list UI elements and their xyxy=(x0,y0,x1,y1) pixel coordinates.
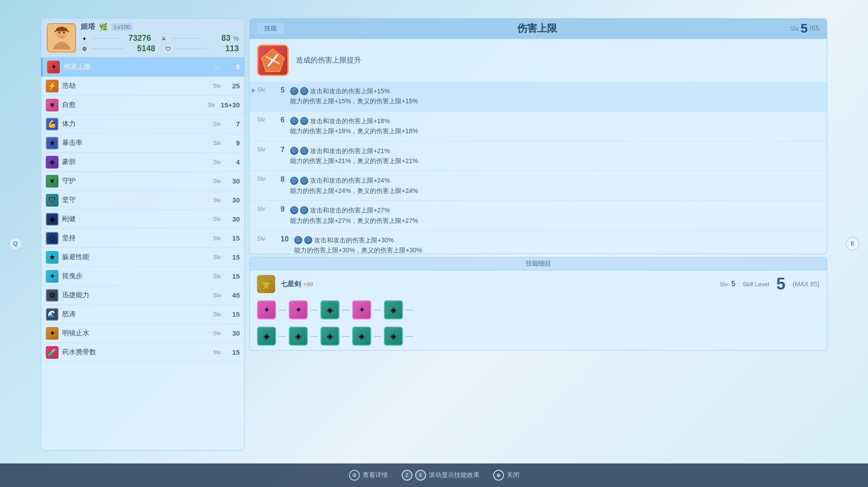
right-nav-button[interactable]: E xyxy=(846,237,859,251)
skill-item-13[interactable]: ⚙ 迅捷能力 Slv 45 xyxy=(41,286,244,305)
bottom-panel-content: 七星剑 +99 Slv 5 Skill Level 5 (MAX 65) xyxy=(250,270,827,298)
skill-name-15: 明镜止水 xyxy=(62,329,209,338)
skill-item-1[interactable]: ✦ 伤害上限 Slv 5 xyxy=(41,58,244,77)
btn-scroll-label: 滚动显示技能效果 xyxy=(429,471,480,479)
effect-text1-1: 攻击和攻击的伤害上限+15% xyxy=(310,86,390,96)
gem-dash-3: — xyxy=(310,300,318,319)
skill-desc-row: 造成的伤害上限提升 xyxy=(250,39,827,82)
skill-item-10[interactable]: ◇ 坚持 Slv 15 xyxy=(41,229,244,248)
left-nav-button[interactable]: Q xyxy=(9,237,22,251)
gem-item-4: ◈ xyxy=(320,300,339,319)
right-nav[interactable]: E xyxy=(844,237,862,251)
skill-level-num-16: 15 xyxy=(226,348,240,356)
skill-bottom-panel: 技能细目 七星剑 +99 Slv 5 Skill Level xyxy=(249,257,827,351)
skill-icon-7: ♥ xyxy=(46,175,58,188)
skill-list: ✦ 伤害上限 Slv 5 ⚡ 浩劫 Slv 25 ♥ 自愈 Slv 15+30 … xyxy=(41,58,244,448)
btn-close[interactable]: ⊕ 关闭 xyxy=(493,470,519,481)
skill-icon-3: ♥ xyxy=(46,99,58,111)
effect-icon2-2: ⓘ xyxy=(300,117,308,125)
skill-level-num-5: 9 xyxy=(226,139,240,147)
skill-item-6[interactable]: ◈ 豪胆 Slv 4 xyxy=(41,153,244,172)
skill-description: 造成的伤害上限提升 xyxy=(296,56,361,65)
skill-level-row-4: Slv 8 ⓘ ⓘ 攻击和攻击的伤害上限+24% 能力的伤害上限+24%，奥义的… xyxy=(250,171,827,201)
def-icon: 🛡 xyxy=(165,45,172,53)
skill-icon-9: ◆ xyxy=(46,213,58,226)
skill-level-num-11: 15 xyxy=(226,253,240,261)
gem-dash-5: — xyxy=(342,300,349,319)
str-value: 5148 xyxy=(128,44,155,53)
skill-item-2[interactable]: ⚡ 浩劫 Slv 25 xyxy=(41,77,244,96)
skill-item-14[interactable]: 🌊 怒涛 Slv 15 xyxy=(41,305,244,324)
skill-level-num-4: 7 xyxy=(226,120,240,128)
skill-level-num-7: 30 xyxy=(226,177,240,185)
slv-row-num-6: 10 xyxy=(281,235,289,243)
skill-item-4[interactable]: 💪 体力 Slv 7 xyxy=(41,115,244,134)
skill-icon-1: ✦ xyxy=(47,61,60,73)
left-nav[interactable]: Q xyxy=(6,237,24,251)
btn-scroll[interactable]: Z X 滚动显示技能效果 xyxy=(402,470,480,481)
skill-item-5[interactable]: ★ 暴击率 Slv 9 xyxy=(41,134,244,153)
slv-row-label-6: Slv xyxy=(257,235,275,242)
skill-item-8[interactable]: 🛡 坚守 Slv 30 xyxy=(41,191,244,210)
effect-text2-6: 能力的伤害上限+30%，奥义的伤害上限+30% xyxy=(294,245,820,254)
gem-item-2: ✦ xyxy=(289,300,308,319)
skill-name-16: 药水携带数 xyxy=(62,348,209,357)
bottom-panel-header: 技能细目 xyxy=(250,257,827,270)
skill-name-4: 体力 xyxy=(62,120,209,128)
skill-detail-header: 技能 伤害上限 Slv 5 /65 xyxy=(250,19,827,39)
slv-effects-1: ⓘ ⓘ 攻击和攻击的伤害上限+15% 能力的伤害上限+15%，奥义的伤害上限+1… xyxy=(290,86,820,106)
slv-row-label-4: Slv xyxy=(257,175,275,182)
slv-effects-2: ⓘ ⓘ 攻击和攻击的伤害上限+18% 能力的伤害上限+18%，奥义的伤害上限+1… xyxy=(290,116,820,136)
gems-row-2: ◈—◈—◈—◈—◈— xyxy=(250,324,827,350)
skill-slv-label-15: Slv xyxy=(213,330,221,337)
skill-name-1: 伤害上限 xyxy=(63,63,209,71)
effect-text2-5: 能力的伤害上限+27%，奥义的伤害上限+27% xyxy=(290,216,820,226)
slv-effects-3: ⓘ ⓘ 攻击和攻击的伤害上限+21% 能力的伤害上限+21%，奥义的伤害上限+2… xyxy=(290,146,820,166)
skill-item-7[interactable]: ♥ 守护 Slv 30 xyxy=(41,172,244,191)
effect-line1-6: ⓘ ⓘ 攻击和攻击的伤害上限+30% xyxy=(294,235,820,245)
skill-name-10: 坚持 xyxy=(62,234,209,242)
skill-level-num-3: 15+30 xyxy=(221,101,240,109)
hp-icon: ♦ xyxy=(81,35,88,42)
skill-icon-11: ★ xyxy=(46,251,58,264)
skill-detail-title: 伤害上限 xyxy=(293,22,781,35)
effect-line1-3: ⓘ ⓘ 攻击和攻击的伤害上限+21% xyxy=(290,146,820,156)
btn-detail-label: 查看详情 xyxy=(363,471,388,479)
slv-row-num-3: 7 xyxy=(281,146,285,154)
str-icon: ⚙ xyxy=(81,45,88,53)
slv-current: 5 xyxy=(800,21,808,36)
gem-dash-1: — xyxy=(279,300,286,319)
gem-item-0: ◈ xyxy=(257,327,276,346)
atk-icon: ⚔ xyxy=(160,35,167,42)
gem-item-4: ◈ xyxy=(320,327,339,346)
gem-item-6: ◈ xyxy=(352,327,371,346)
skill-item-12[interactable]: ✦ 摇曳步 Slv 15 xyxy=(41,267,244,286)
gem-item-2: ◈ xyxy=(289,327,308,346)
skill-item-3[interactable]: ♥ 自愈 Slv 15+30 xyxy=(41,96,244,115)
skill-level-num-12: 15 xyxy=(226,272,240,280)
effect-icon1-6: ⓘ xyxy=(294,236,302,244)
slv-effects-4: ⓘ ⓘ 攻击和攻击的伤害上限+24% 能力的伤害上限+24%，奥义的伤害上限+2… xyxy=(290,175,820,196)
skill-icon-6: ◈ xyxy=(46,156,58,169)
skill-tab[interactable]: 技能 xyxy=(257,23,284,34)
effect-icon2-4: ⓘ xyxy=(300,177,308,185)
skill-level-num-9: 30 xyxy=(226,215,240,223)
skill-item-16[interactable]: 🧪 药水携带数 Slv 15 xyxy=(41,343,244,362)
skill-slv-label-9: Slv xyxy=(213,216,221,222)
btn-detail[interactable]: ② 查看详情 xyxy=(349,470,388,481)
skill-slv-label-7: Slv xyxy=(213,178,221,184)
skill-level-row-1: Slv 5 ⓘ ⓘ 攻击和攻击的伤害上限+15% 能力的伤害上限+15%，奥义的… xyxy=(250,82,827,111)
skill-name-13: 迅捷能力 xyxy=(62,291,209,299)
gem-item-0: ✦ xyxy=(257,300,276,319)
skill-slv-label-8: Slv xyxy=(213,197,221,203)
weapon-plus: +99 xyxy=(303,281,313,288)
skill-item-11[interactable]: ★ 躲避性能 Slv 15 xyxy=(41,248,244,267)
slv-row-label-1: Slv xyxy=(257,86,275,93)
effect-text1-3: 攻击和攻击的伤害上限+21% xyxy=(310,146,390,156)
btn-close-icon: ⊕ xyxy=(493,470,504,481)
skill-item-15[interactable]: ✦ 明镜止水 Slv 30 xyxy=(41,324,244,343)
skill-name-9: 刚健 xyxy=(62,215,209,223)
skill-item-9[interactable]: ◆ 刚健 Slv 30 xyxy=(41,210,244,229)
gem-dash-7: — xyxy=(374,327,381,346)
hp-value: 73276 xyxy=(124,34,151,43)
